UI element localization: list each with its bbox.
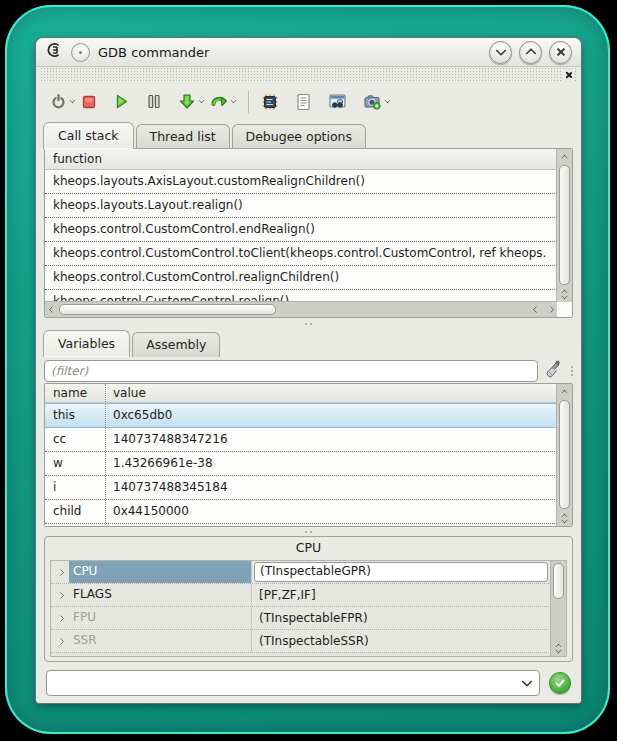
check-icon <box>554 677 566 689</box>
clear-filter-button[interactable] <box>544 359 563 382</box>
scroll-up-button[interactable] <box>558 149 572 163</box>
variables-list: this 0xc65db0 cc 140737488347216 w 1.432… <box>45 403 557 526</box>
vertical-scrollbar[interactable] <box>556 384 572 526</box>
chevron-down-icon <box>495 45 506 56</box>
cpu-chip-icon <box>261 93 279 111</box>
vertical-scrollbar[interactable] <box>556 149 572 302</box>
pause-button[interactable] <box>144 88 164 116</box>
filter-bar <box>36 357 581 384</box>
chevron-right-icon <box>546 306 553 313</box>
call-stack-row[interactable]: kheops.control.CustomControl.realignChil… <box>45 266 557 290</box>
roll-down-button[interactable] <box>489 41 512 64</box>
combo-dropdown-button[interactable] <box>515 671 539 695</box>
command-list-button[interactable] <box>293 88 314 116</box>
tab-debugee-options[interactable]: Debugee options <box>232 124 367 149</box>
roll-up-button[interactable] <box>519 41 542 64</box>
coedit-logo-icon <box>45 41 63 63</box>
close-icon <box>556 47 566 57</box>
tab-call-stack[interactable]: Call stack <box>43 122 134 149</box>
middle-tab-bar: Variables Assembly <box>36 330 581 357</box>
chevron-down-icon <box>521 675 532 686</box>
call-stack-column-header[interactable]: function <box>45 149 572 170</box>
register-value: [PF,ZF,IF] <box>252 585 551 606</box>
splitter-grip[interactable] <box>571 366 573 376</box>
scroll-up-button[interactable] <box>558 384 572 398</box>
cpu-inspector-button[interactable] <box>259 88 281 116</box>
dock-close-button[interactable] <box>563 69 575 81</box>
register-row[interactable]: FPU (TInspectableFPR) <box>51 607 551 630</box>
call-stack-row[interactable]: kheops.layouts.Layout.realign() <box>45 194 557 218</box>
register-value-field[interactable]: (TInspectableGPR) <box>254 562 548 582</box>
call-stack-row[interactable]: kheops.control.CustomControl.toClient(kh… <box>45 242 557 266</box>
variable-row[interactable]: child 0x44150000 <box>45 500 557 524</box>
register-row[interactable]: SSR (TInspectableSSR) <box>51 630 551 653</box>
variable-row[interactable]: cc 140737488347216 <box>45 428 557 452</box>
expand-button[interactable] <box>51 639 69 644</box>
register-row[interactable]: FLAGS [PF,ZF,IF] <box>51 584 551 607</box>
expand-button[interactable] <box>51 570 69 575</box>
variable-name: i <box>45 476 106 499</box>
broom-icon <box>544 359 563 378</box>
variable-name: cc <box>45 428 106 451</box>
pane-splitter[interactable] <box>36 318 581 330</box>
window-menu-button[interactable] <box>71 43 90 62</box>
vertical-scrollbar[interactable] <box>550 561 566 656</box>
chevron-right-icon <box>56 614 63 621</box>
pause-icon <box>146 93 162 110</box>
run-button[interactable] <box>111 88 132 116</box>
step-over-button[interactable] <box>208 88 238 116</box>
dock-drag-handle[interactable] <box>40 67 577 82</box>
gdb-command-bar <box>36 662 581 703</box>
variable-name: this <box>45 404 106 427</box>
variable-row[interactable]: h 1.43266961e-38 <box>45 524 557 526</box>
scrollbar-thumb[interactable] <box>559 165 570 285</box>
step-button[interactable] <box>176 88 206 116</box>
variable-value: 140737488345184 <box>106 476 228 499</box>
scrollbar-thumb[interactable] <box>559 400 570 509</box>
titlebar[interactable]: GDB commander <box>36 38 581 67</box>
pane-splitter[interactable] <box>36 527 581 536</box>
call-stack-row[interactable]: kheops.layouts.AxisLayout.customRealignC… <box>45 170 557 194</box>
tab-variables[interactable]: Variables <box>43 330 130 357</box>
call-stack-row[interactable]: kheops.control.CustomControl.endRealign(… <box>45 218 557 242</box>
close-window-button[interactable] <box>549 41 572 64</box>
variable-row[interactable]: this 0xc65db0 <box>45 403 557 428</box>
scrollbar-thumb[interactable] <box>553 563 564 599</box>
filter-input[interactable] <box>44 360 538 382</box>
debug-toolbar <box>36 82 581 121</box>
expand-button[interactable] <box>51 616 69 621</box>
scroll-left-button[interactable] <box>45 303 59 317</box>
chevron-up-icon <box>561 389 568 396</box>
send-command-button[interactable] <box>549 672 571 694</box>
column-header-value[interactable]: value <box>106 384 146 402</box>
variable-value: 1.43266961e-38 <box>106 524 213 526</box>
variable-name: w <box>45 452 106 475</box>
tab-assembly[interactable]: Assembly <box>132 332 220 357</box>
command-combobox[interactable] <box>46 670 540 696</box>
scroll-left-button[interactable] <box>529 303 543 317</box>
register-group-name: FPU <box>69 607 252 629</box>
expand-button[interactable] <box>51 593 69 598</box>
register-row[interactable]: CPU (TInspectableGPR) <box>51 561 551 584</box>
variable-row[interactable]: w 1.43266961e-38 <box>45 452 557 476</box>
horizontal-scrollbar[interactable] <box>45 301 557 317</box>
stop-button[interactable] <box>79 88 99 116</box>
stop-icon <box>81 94 97 110</box>
chevron-left-icon <box>48 306 55 313</box>
variable-row[interactable]: i 140737488345184 <box>45 476 557 500</box>
column-header-name[interactable]: name <box>45 384 106 402</box>
register-group-name: FLAGS <box>69 584 252 606</box>
command-input[interactable] <box>47 676 515 690</box>
close-icon <box>565 71 573 79</box>
step-into-icon <box>178 93 196 111</box>
scroll-right-button[interactable] <box>543 303 557 317</box>
scrollbar-thumb[interactable] <box>59 304 276 315</box>
register-value: (TInspectableSSR) <box>252 631 551 652</box>
chevron-right-icon <box>56 591 63 598</box>
power-button[interactable] <box>48 88 77 116</box>
menu-chevron-icon <box>230 97 237 104</box>
snapshot-button[interactable] <box>361 88 392 116</box>
watch-button[interactable] <box>326 88 349 116</box>
variable-value: 0xc65db0 <box>106 404 172 427</box>
tab-thread-list[interactable]: Thread list <box>136 124 230 149</box>
